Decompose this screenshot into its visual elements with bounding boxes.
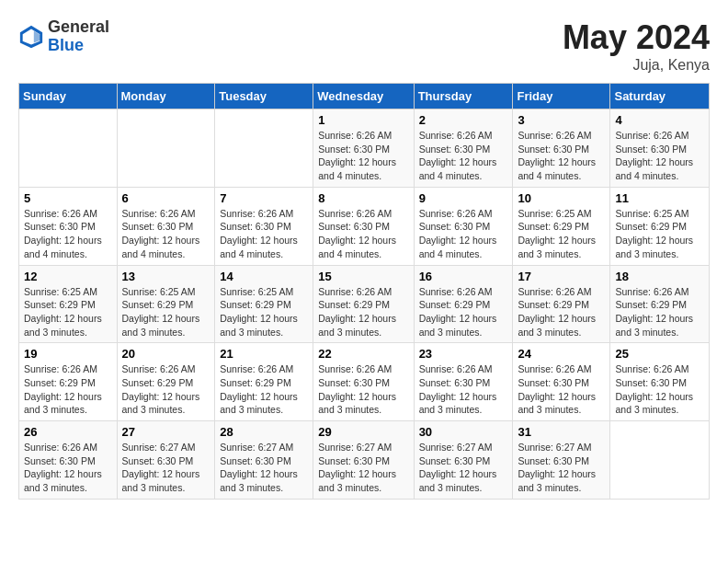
day-cell [19,109,118,188]
day-cell: 17Sunrise: 6:26 AM Sunset: 6:29 PM Dayli… [513,265,610,343]
day-cell: 10Sunrise: 6:25 AM Sunset: 6:29 PM Dayli… [513,187,610,265]
day-info: Sunrise: 6:26 AM Sunset: 6:30 PM Dayligh… [518,362,605,417]
day-info: Sunrise: 6:26 AM Sunset: 6:30 PM Dayligh… [318,207,408,261]
day-number: 28 [220,425,308,439]
day-cell: 28Sunrise: 6:27 AM Sunset: 6:30 PM Dayli… [215,421,313,500]
logo: General Blue [18,18,109,55]
day-cell: 14Sunrise: 6:25 AM Sunset: 6:29 PM Dayli… [215,265,313,343]
day-number: 1 [318,113,408,127]
day-number: 21 [220,347,308,361]
day-info: Sunrise: 6:26 AM Sunset: 6:29 PM Dayligh… [220,362,308,417]
logo-icon [18,24,44,50]
day-number: 23 [419,347,508,361]
header-friday: Friday [513,84,610,109]
day-info: Sunrise: 6:26 AM Sunset: 6:29 PM Dayligh… [615,285,704,339]
day-info: Sunrise: 6:26 AM Sunset: 6:30 PM Dayligh… [122,207,210,261]
day-cell: 20Sunrise: 6:26 AM Sunset: 6:29 PM Dayli… [117,343,215,421]
day-cell: 25Sunrise: 6:26 AM Sunset: 6:30 PM Dayli… [610,343,710,421]
day-info: Sunrise: 6:26 AM Sunset: 6:29 PM Dayligh… [419,285,508,339]
day-number: 29 [318,425,408,439]
day-info: Sunrise: 6:26 AM Sunset: 6:30 PM Dayligh… [24,207,112,261]
day-cell [610,421,710,500]
day-number: 27 [122,425,210,439]
day-info: Sunrise: 6:27 AM Sunset: 6:30 PM Dayligh… [518,441,605,495]
day-info: Sunrise: 6:26 AM Sunset: 6:29 PM Dayligh… [518,285,605,339]
logo-blue: Blue [48,37,109,55]
day-cell: 13Sunrise: 6:25 AM Sunset: 6:29 PM Dayli… [117,265,215,343]
header-sunday: Sunday [19,84,118,109]
day-cell: 6Sunrise: 6:26 AM Sunset: 6:30 PM Daylig… [117,187,215,265]
week-row-3: 12Sunrise: 6:25 AM Sunset: 6:29 PM Dayli… [19,265,710,343]
day-cell: 1Sunrise: 6:26 AM Sunset: 6:30 PM Daylig… [313,109,414,188]
day-info: Sunrise: 6:26 AM Sunset: 6:30 PM Dayligh… [419,362,508,417]
day-cell: 21Sunrise: 6:26 AM Sunset: 6:29 PM Dayli… [215,343,313,421]
month-year: May 2024 [563,18,710,57]
day-info: Sunrise: 6:26 AM Sunset: 6:30 PM Dayligh… [518,129,605,183]
day-cell: 31Sunrise: 6:27 AM Sunset: 6:30 PM Dayli… [513,421,610,500]
day-info: Sunrise: 6:26 AM Sunset: 6:30 PM Dayligh… [318,362,408,417]
title-block: May 2024 Juja, Kenya [563,18,710,74]
day-info: Sunrise: 6:26 AM Sunset: 6:29 PM Dayligh… [318,285,408,339]
day-info: Sunrise: 6:27 AM Sunset: 6:30 PM Dayligh… [220,441,308,495]
day-number: 5 [24,191,112,205]
day-number: 15 [318,270,408,283]
location: Juja, Kenya [563,57,710,74]
day-info: Sunrise: 6:26 AM Sunset: 6:30 PM Dayligh… [318,129,408,183]
day-info: Sunrise: 6:26 AM Sunset: 6:30 PM Dayligh… [615,129,704,183]
day-number: 10 [518,191,605,205]
day-cell: 12Sunrise: 6:25 AM Sunset: 6:29 PM Dayli… [19,265,118,343]
day-number: 30 [419,425,508,439]
page-header: General Blue May 2024 Juja, Kenya [18,18,710,74]
day-cell: 22Sunrise: 6:26 AM Sunset: 6:30 PM Dayli… [313,343,414,421]
day-info: Sunrise: 6:25 AM Sunset: 6:29 PM Dayligh… [24,285,112,339]
day-number: 9 [419,191,508,205]
day-info: Sunrise: 6:26 AM Sunset: 6:29 PM Dayligh… [122,362,210,417]
day-cell: 2Sunrise: 6:26 AM Sunset: 6:30 PM Daylig… [414,109,513,188]
day-number: 16 [419,270,508,283]
day-cell: 5Sunrise: 6:26 AM Sunset: 6:30 PM Daylig… [19,187,118,265]
day-info: Sunrise: 6:27 AM Sunset: 6:30 PM Dayligh… [318,441,408,495]
day-info: Sunrise: 6:26 AM Sunset: 6:29 PM Dayligh… [24,362,112,417]
day-number: 7 [220,191,308,205]
day-number: 20 [122,347,210,361]
day-number: 13 [122,270,210,283]
day-number: 24 [518,347,605,361]
day-info: Sunrise: 6:26 AM Sunset: 6:30 PM Dayligh… [24,441,112,495]
day-info: Sunrise: 6:26 AM Sunset: 6:30 PM Dayligh… [220,207,308,261]
day-number: 4 [615,113,704,127]
day-cell [215,109,313,188]
day-info: Sunrise: 6:26 AM Sunset: 6:30 PM Dayligh… [615,362,704,417]
day-cell: 24Sunrise: 6:26 AM Sunset: 6:30 PM Dayli… [513,343,610,421]
day-number: 6 [122,191,210,205]
day-info: Sunrise: 6:27 AM Sunset: 6:30 PM Dayligh… [419,441,508,495]
day-info: Sunrise: 6:26 AM Sunset: 6:30 PM Dayligh… [419,129,508,183]
day-cell: 9Sunrise: 6:26 AM Sunset: 6:30 PM Daylig… [414,187,513,265]
day-cell: 27Sunrise: 6:27 AM Sunset: 6:30 PM Dayli… [117,421,215,500]
day-cell: 30Sunrise: 6:27 AM Sunset: 6:30 PM Dayli… [414,421,513,500]
day-cell: 3Sunrise: 6:26 AM Sunset: 6:30 PM Daylig… [513,109,610,188]
day-info: Sunrise: 6:25 AM Sunset: 6:29 PM Dayligh… [220,285,308,339]
day-cell: 11Sunrise: 6:25 AM Sunset: 6:29 PM Dayli… [610,187,710,265]
day-info: Sunrise: 6:26 AM Sunset: 6:30 PM Dayligh… [419,207,508,261]
day-number: 2 [419,113,508,127]
week-row-5: 26Sunrise: 6:26 AM Sunset: 6:30 PM Dayli… [19,421,710,500]
header-wednesday: Wednesday [313,84,414,109]
day-number: 18 [615,270,704,283]
logo-general: General [48,18,109,37]
day-info: Sunrise: 6:25 AM Sunset: 6:29 PM Dayligh… [122,285,210,339]
day-number: 17 [518,270,605,283]
day-cell: 15Sunrise: 6:26 AM Sunset: 6:29 PM Dayli… [313,265,414,343]
day-cell: 18Sunrise: 6:26 AM Sunset: 6:29 PM Dayli… [610,265,710,343]
day-cell: 8Sunrise: 6:26 AM Sunset: 6:30 PM Daylig… [313,187,414,265]
day-cell [117,109,215,188]
logo-text: General Blue [48,18,109,55]
day-number: 14 [220,270,308,283]
day-number: 11 [615,191,704,205]
day-info: Sunrise: 6:25 AM Sunset: 6:29 PM Dayligh… [615,207,704,261]
day-number: 31 [518,425,605,439]
header-thursday: Thursday [414,84,513,109]
day-number: 12 [24,270,112,283]
day-cell: 29Sunrise: 6:27 AM Sunset: 6:30 PM Dayli… [313,421,414,500]
header-tuesday: Tuesday [215,84,313,109]
day-info: Sunrise: 6:25 AM Sunset: 6:29 PM Dayligh… [518,207,605,261]
